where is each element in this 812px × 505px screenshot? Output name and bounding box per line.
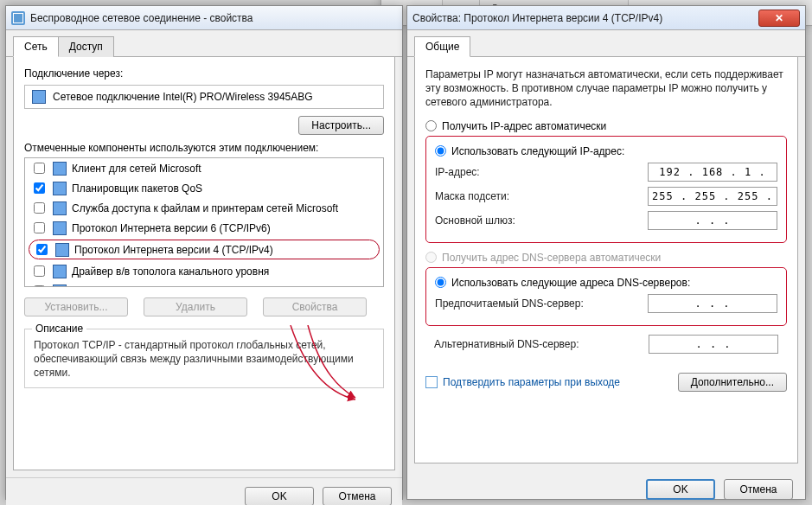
list-item[interactable]: Планировщик пакетов QoS xyxy=(25,178,383,198)
close-button[interactable]: ✕ xyxy=(758,10,800,27)
radio-dns-auto xyxy=(425,252,437,263)
adapter-name: Сетевое подключение Intel(R) PRO/Wireles… xyxy=(53,91,313,103)
checkbox[interactable] xyxy=(34,285,45,287)
left-titlebar: Беспроводное сетевое соединение - свойст… xyxy=(6,6,402,30)
cancel-button[interactable]: Отмена xyxy=(323,487,392,505)
checkbox[interactable] xyxy=(34,182,45,194)
adapter-icon xyxy=(32,90,46,104)
dns-manual-group-highlight: Использовать следующие адреса DNS-сервер… xyxy=(425,267,787,326)
list-item-selected[interactable]: Протокол Интернета версии 4 (TCP/IPv4) xyxy=(29,240,380,259)
checkbox[interactable] xyxy=(34,202,45,214)
subnet-mask-input[interactable]: 255 . 255 . 255 . xyxy=(648,187,777,206)
component-label: Ответчик обнаружения топологии канальног… xyxy=(72,285,329,288)
install-button[interactable]: Установить... xyxy=(24,297,128,316)
radio-ip-auto-label: Получить IP-адрес автоматически xyxy=(442,120,606,132)
checkbox[interactable] xyxy=(34,265,45,277)
component-icon xyxy=(53,201,67,215)
description-text: Протокол TCP/IP - стандартный протокол г… xyxy=(34,338,374,380)
ip-address-label: IP-адрес: xyxy=(435,166,480,178)
dns-preferred-input[interactable]: . . . xyxy=(648,294,777,313)
advanced-button[interactable]: Дополнительно... xyxy=(678,373,787,392)
components-listbox[interactable]: Клиент для сетей Microsoft Планировщик п… xyxy=(24,157,384,287)
component-label: Клиент для сетей Microsoft xyxy=(72,163,201,175)
ok-button[interactable]: OK xyxy=(646,479,715,500)
dns-alt-label: Альтернативный DNS-сервер: xyxy=(434,338,579,350)
component-label: Планировщик пакетов QoS xyxy=(72,182,202,195)
component-icon xyxy=(53,265,67,278)
right-window-title: Свойства: Протокол Интернета версии 4 (T… xyxy=(412,12,758,24)
component-label: Драйвер в/в тополога канального уровня xyxy=(72,265,269,278)
checkbox[interactable] xyxy=(34,163,45,174)
subnet-mask-label: Маска подсети: xyxy=(435,190,509,202)
tab-network[interactable]: Сеть xyxy=(13,36,59,57)
gateway-label: Основной шлюз: xyxy=(435,214,515,227)
component-icon xyxy=(53,182,67,195)
component-label: Протокол Интернета версии 6 (TCP/IPv6) xyxy=(72,222,271,234)
description-legend: Описание xyxy=(32,323,86,335)
network-icon xyxy=(11,11,25,25)
ip-address-input[interactable]: 192 . 168 . 1 . xyxy=(648,163,777,182)
configure-button[interactable]: Настроить... xyxy=(298,116,384,135)
remove-button[interactable]: Удалить xyxy=(144,297,247,316)
confirm-checkbox[interactable] xyxy=(425,376,438,388)
connect-via-label: Подключение через: xyxy=(24,67,384,80)
list-item[interactable]: Ответчик обнаружения топологии канальног… xyxy=(25,281,383,287)
component-label: Протокол Интернета версии 4 (TCP/IPv4) xyxy=(74,244,273,256)
radio-dns-auto-label: Получить адрес DNS-сервера автоматически xyxy=(442,252,661,264)
tab-access[interactable]: Доступ xyxy=(58,36,114,57)
dns-alt-input[interactable]: . . . xyxy=(649,335,778,354)
radio-ip-manual[interactable] xyxy=(435,145,446,157)
component-icon xyxy=(53,162,67,176)
component-label: Служба доступа к файлам и принтерам сете… xyxy=(72,202,338,214)
ip-manual-group-highlight: Использовать следующий IP-адрес: IP-адре… xyxy=(425,136,787,243)
component-icon xyxy=(55,243,69,257)
dns-preferred-label: Предпочитаемый DNS-сервер: xyxy=(435,297,584,310)
tab-general[interactable]: Общие xyxy=(414,36,470,57)
radio-dns-manual-label: Использовать следующие адреса DNS-сервер… xyxy=(451,277,690,289)
gateway-input[interactable]: . . . xyxy=(648,211,777,230)
left-window-title: Беспроводное сетевое соединение - свойст… xyxy=(30,12,397,24)
properties-button[interactable]: Свойства xyxy=(263,297,367,316)
ok-button[interactable]: OK xyxy=(245,487,314,505)
components-label: Отмеченные компоненты используются этим … xyxy=(24,142,384,154)
list-item[interactable]: Клиент для сетей Microsoft xyxy=(25,158,383,178)
confirm-exit-label: Подтвердить параметры при выходе xyxy=(443,376,620,388)
radio-ip-auto[interactable] xyxy=(425,120,437,131)
intro-text: Параметры IP могут назначаться автоматич… xyxy=(425,67,787,110)
cancel-button[interactable]: Отмена xyxy=(724,479,793,500)
right-titlebar: Свойства: Протокол Интернета версии 4 (T… xyxy=(407,6,805,30)
radio-ip-manual-label: Использовать следующий IP-адрес: xyxy=(451,145,624,157)
radio-dns-manual[interactable] xyxy=(435,277,446,288)
component-icon xyxy=(53,284,67,288)
checkbox[interactable] xyxy=(36,244,48,255)
list-item[interactable]: Служба доступа к файлам и принтерам сете… xyxy=(25,198,383,218)
list-item[interactable]: Протокол Интернета версии 6 (TCP/IPv6) xyxy=(25,218,383,238)
list-item[interactable]: Драйвер в/в тополога канального уровня xyxy=(25,261,383,281)
checkbox[interactable] xyxy=(34,222,45,233)
component-icon xyxy=(53,221,67,235)
